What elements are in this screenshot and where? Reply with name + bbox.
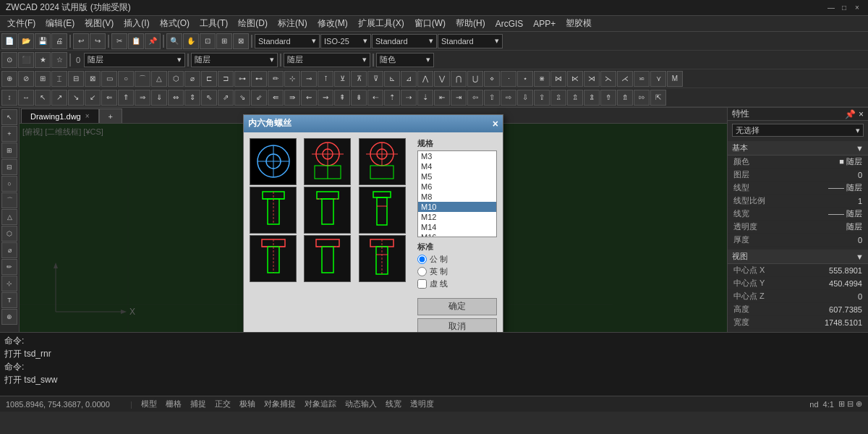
spec-listbox[interactable]: M3 M4 M5 M6 M8 M10 M12 M14 M16 M20 bbox=[417, 150, 497, 237]
tb-d27[interactable]: ⋁ bbox=[434, 71, 450, 87]
tb-d11[interactable]: ⬡ bbox=[168, 71, 184, 87]
sb-8[interactable]: ⬡ bbox=[1, 226, 17, 242]
sb-10[interactable]: ✏ bbox=[1, 259, 17, 275]
tb-paste[interactable]: 📌 bbox=[145, 33, 161, 49]
tb-d8[interactable]: ○ bbox=[118, 71, 134, 87]
menu-arcgis[interactable]: ArcGIS bbox=[491, 17, 528, 30]
canvas[interactable]: [俯视] [二维线框] [¥CS] X 内六角螺丝 × bbox=[20, 124, 727, 332]
tb-e14[interactable]: ⇗ bbox=[218, 90, 234, 106]
ok-button[interactable]: 确定 bbox=[417, 298, 497, 315]
tb-d28[interactable]: ⋂ bbox=[451, 71, 467, 87]
tb-d2[interactable]: ⊘ bbox=[18, 71, 34, 87]
tb-d3[interactable]: ⊞ bbox=[35, 71, 51, 87]
tb-d16[interactable]: ⊷ bbox=[251, 71, 267, 87]
tb-e11[interactable]: ⇔ bbox=[168, 90, 184, 106]
tb-prop1[interactable]: ⊙ bbox=[1, 52, 17, 68]
tb-d33[interactable]: ⋇ bbox=[534, 71, 550, 87]
checkbox-dashed-input[interactable] bbox=[417, 279, 427, 289]
tb-d24[interactable]: ⊾ bbox=[384, 71, 400, 87]
tb-d23[interactable]: ⊽ bbox=[367, 71, 383, 87]
tb-d18[interactable]: ⊹ bbox=[284, 71, 300, 87]
status-lw[interactable]: 线宽 bbox=[386, 399, 401, 409]
tb-d40[interactable]: ⋎ bbox=[650, 71, 666, 87]
sb-3[interactable]: ⊞ bbox=[1, 142, 17, 158]
tb-d37[interactable]: ⋋ bbox=[600, 71, 616, 87]
tb-e21[interactable]: ⇞ bbox=[334, 90, 350, 106]
tb-d22[interactable]: ⊼ bbox=[351, 71, 367, 87]
sb-12[interactable]: T bbox=[1, 292, 17, 308]
radio-metric[interactable]: 公 制 bbox=[417, 254, 497, 265]
tb-e6[interactable]: ↙ bbox=[85, 90, 101, 106]
tb-d10[interactable]: △ bbox=[151, 71, 167, 87]
tb-d21[interactable]: ⊻ bbox=[334, 71, 350, 87]
spec-M12[interactable]: M12 bbox=[418, 212, 496, 222]
tb-e25[interactable]: ⇢ bbox=[401, 90, 417, 106]
menu-view[interactable]: 视图(V) bbox=[80, 16, 118, 31]
tb-e33[interactable]: ⇪ bbox=[534, 90, 550, 106]
tab-drawing1[interactable]: Drawing1.dwg × bbox=[21, 109, 99, 123]
tb-e39[interactable]: ⇰ bbox=[634, 90, 650, 106]
tb-iso-dropdown[interactable]: ISO-25▾ bbox=[320, 34, 371, 48]
tb-linewidth-dropdown[interactable]: 随色▾ bbox=[376, 53, 434, 67]
preview-front-view[interactable] bbox=[304, 138, 351, 185]
tb-layer-dropdown[interactable]: 随层▾ bbox=[84, 53, 185, 67]
preview-var-3[interactable] bbox=[359, 235, 406, 282]
preview-var-2[interactable] bbox=[304, 235, 351, 282]
tb-d9[interactable]: ⌒ bbox=[135, 71, 150, 87]
tb-standard-dropdown[interactable]: Standard▾ bbox=[255, 34, 320, 48]
radio-metric-input[interactable] bbox=[417, 255, 427, 264]
tb-e20[interactable]: ⇝ bbox=[318, 90, 333, 106]
sb-6[interactable]: ⌒ bbox=[1, 192, 17, 208]
status-model[interactable]: 模型 bbox=[141, 399, 157, 409]
tb-e7[interactable]: ⇐ bbox=[101, 90, 117, 106]
tb-e10[interactable]: ⇓ bbox=[151, 90, 167, 106]
tb-d31[interactable]: ⋅ bbox=[501, 71, 516, 87]
tb-d35[interactable]: ⋉ bbox=[567, 71, 583, 87]
tb-d20[interactable]: ⊺ bbox=[318, 71, 333, 87]
menu-edit[interactable]: 编辑(E) bbox=[41, 16, 79, 31]
tb-cut[interactable]: ✂ bbox=[111, 33, 127, 49]
status-grid[interactable]: 栅格 bbox=[166, 399, 182, 409]
tb-d14[interactable]: ⊐ bbox=[218, 71, 234, 87]
spec-M10[interactable]: M10 bbox=[418, 202, 496, 212]
view-section-header[interactable]: 视图 ▼ bbox=[728, 250, 868, 264]
menu-extend[interactable]: 扩展工具(X) bbox=[354, 16, 409, 31]
tb-d13[interactable]: ⊏ bbox=[201, 71, 217, 87]
menu-window[interactable]: 窗口(W) bbox=[410, 16, 450, 31]
tb-e28[interactable]: ⇥ bbox=[451, 90, 467, 106]
sb-13[interactable]: ⊕ bbox=[1, 309, 17, 325]
tb-d26[interactable]: ⋀ bbox=[417, 71, 433, 87]
sb-9[interactable]: ⌀ bbox=[1, 242, 17, 258]
status-polar[interactable]: 极轴 bbox=[239, 399, 255, 409]
cancel-button[interactable]: 取消 bbox=[417, 318, 497, 333]
status-dynin[interactable]: 动态输入 bbox=[345, 399, 377, 409]
tb-e13[interactable]: ⇖ bbox=[201, 90, 217, 106]
radio-imperial-input[interactable] bbox=[417, 267, 427, 276]
tb-d30[interactable]: ⋄ bbox=[484, 71, 500, 87]
checkbox-dashed[interactable]: 虚 线 bbox=[417, 278, 497, 289]
tb-e36[interactable]: ⇭ bbox=[584, 90, 600, 106]
tb-color-dropdown[interactable]: 随层▾ bbox=[191, 53, 278, 67]
tb-new[interactable]: 📄 bbox=[1, 33, 17, 49]
tb-e27[interactable]: ⇤ bbox=[434, 90, 450, 106]
tb-d6[interactable]: ⊠ bbox=[85, 71, 101, 87]
tb-e3[interactable]: ↖ bbox=[35, 90, 51, 106]
preview-var-1[interactable] bbox=[250, 235, 297, 282]
tb-d32[interactable]: ⋆ bbox=[517, 71, 533, 87]
spec-M8[interactable]: M8 bbox=[418, 192, 496, 202]
tb-e18[interactable]: ⇛ bbox=[284, 90, 300, 106]
tb-e5[interactable]: ↘ bbox=[68, 90, 84, 106]
tb-d36[interactable]: ⋊ bbox=[584, 71, 600, 87]
tb-e2[interactable]: ↔ bbox=[18, 90, 34, 106]
tb-e19[interactable]: ⇜ bbox=[301, 90, 317, 106]
preview-bolt-1[interactable] bbox=[250, 187, 297, 234]
tb-copy[interactable]: 📋 bbox=[128, 33, 144, 49]
tb-zoom-ext[interactable]: ⊡ bbox=[200, 33, 216, 49]
tb-linetype-dropdown[interactable]: 随层▾ bbox=[284, 53, 370, 67]
preview-bolt-3[interactable] bbox=[359, 187, 406, 234]
tb-d41[interactable]: M bbox=[667, 71, 683, 87]
tb-e8[interactable]: ⇑ bbox=[118, 90, 134, 106]
preview-top-view[interactable] bbox=[250, 138, 297, 185]
tb-e35[interactable]: ⇬ bbox=[567, 90, 583, 106]
tb-save[interactable]: 💾 bbox=[35, 33, 51, 49]
